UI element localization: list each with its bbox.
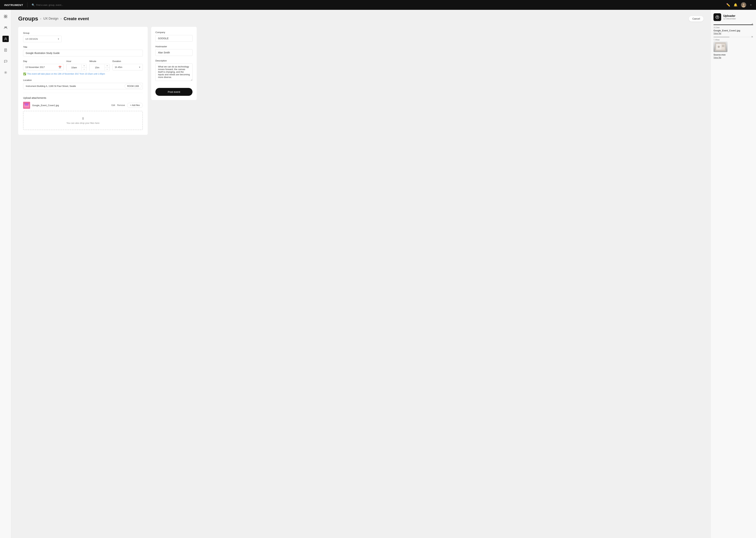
- duration-select[interactable]: 1h 45m: [113, 64, 143, 71]
- post-event-button[interactable]: Post event: [155, 88, 193, 96]
- notification-icon[interactable]: 🔔: [733, 3, 737, 7]
- file-name: Google_Event_Cover1.jpg: [32, 104, 109, 107]
- nav-right: ✏️ 🔔 ▼: [726, 2, 752, 8]
- location-label: Location: [23, 79, 143, 81]
- group-label: Group: [23, 32, 143, 34]
- hostmaster-input[interactable]: [155, 49, 193, 56]
- avatar[interactable]: [741, 2, 746, 8]
- file1-view-link[interactable]: View file: [714, 32, 753, 35]
- svg-point-1: [743, 4, 744, 5]
- svg-point-8: [6, 27, 7, 28]
- svg-rect-6: [6, 17, 7, 18]
- right-panel: Uploader 12 December ✓ 10,9мв Google_Eve…: [711, 10, 756, 538]
- hint-check-icon: ✅: [23, 73, 26, 75]
- description-textarea[interactable]: What we can do as technology moves forwa…: [155, 63, 193, 81]
- file-edit-button[interactable]: Edit: [112, 104, 115, 106]
- top-navigation: INSTRUMENT 🔍 ✏️ 🔔 ▼: [0, 0, 756, 10]
- group-select[interactable]: UX DESIGN: [23, 36, 62, 42]
- file2-name: Source.mov: [714, 53, 753, 56]
- svg-point-22: [718, 46, 720, 48]
- minute-value: 15m: [90, 65, 105, 71]
- duration-label: Duration: [113, 60, 143, 63]
- file1-size: 10,9мв: [714, 27, 753, 28]
- location-input[interactable]: [23, 83, 124, 89]
- hour-decrement[interactable]: −: [82, 68, 86, 71]
- file1-name: Google_Event_Cover1.jpg: [714, 29, 753, 32]
- minute-increment[interactable]: +: [105, 64, 109, 68]
- svg-rect-24: [722, 46, 724, 47]
- minute-field: Minute 15m + −: [89, 60, 110, 71]
- file2-cancel-button[interactable]: ✕: [751, 35, 753, 38]
- sidebar-item-layers[interactable]: [2, 13, 9, 20]
- title-field: Title: [23, 46, 143, 56]
- day-input[interactable]: [23, 64, 64, 71]
- main-content: Groups › UX Design › Create event Cancel…: [11, 10, 711, 538]
- file-thumbnail: [23, 102, 30, 109]
- file-actions: Edit Remove: [112, 104, 125, 106]
- file2-progress-bar: [714, 37, 730, 37]
- file2-thumbnail: [714, 41, 728, 52]
- drop-zone-text: You can also drop your files here: [67, 122, 100, 124]
- event-hint: ✅ This event will take place on the 13th…: [23, 73, 143, 75]
- app-logo: INSTRUMENT: [4, 4, 23, 7]
- file2-progress-container: ✕: [714, 37, 753, 37]
- hour-field: Hour 10am + −: [66, 60, 87, 71]
- drop-zone[interactable]: ⬆ You can also drop your files here: [23, 111, 143, 130]
- breadcrumb-create-event: Create event: [64, 16, 89, 21]
- uploader-title: Uploader: [723, 14, 736, 18]
- sidebar-item-settings[interactable]: [2, 69, 9, 76]
- upload-section: Upload attachements Google_Event_Cover1.…: [23, 96, 143, 130]
- hour-stepper: 10am + −: [66, 64, 87, 71]
- file-remove-button[interactable]: Remove: [117, 104, 125, 106]
- file1-complete-icon: ✓: [751, 23, 753, 25]
- company-input[interactable]: [155, 35, 193, 42]
- file1-progress-container: [714, 25, 753, 25]
- create-event-form: Group UX DESIGN ▼ Title Da: [18, 27, 148, 135]
- minute-decrement[interactable]: −: [105, 68, 109, 71]
- svg-point-7: [5, 27, 6, 28]
- svg-rect-17: [25, 103, 28, 106]
- search-input[interactable]: [36, 4, 71, 6]
- file-row: Google_Event_Cover1.jpg Edit Remove + Ad…: [23, 102, 143, 109]
- hour-stepper-buttons: + −: [82, 64, 86, 71]
- hostmaster-field: Hostmaster: [155, 45, 193, 56]
- add-files-button[interactable]: + Add files: [127, 103, 143, 108]
- day-input-wrapper: 📅: [23, 64, 64, 71]
- breadcrumb-ux-design[interactable]: UX Design: [43, 17, 59, 21]
- sidebar-item-user[interactable]: [2, 36, 9, 42]
- file2-view-link[interactable]: View file: [714, 56, 753, 59]
- location-wrapper: ROOM 1306: [23, 83, 143, 89]
- minute-label: Minute: [89, 60, 110, 63]
- title-label: Title: [23, 46, 143, 48]
- group-field: Group UX DESIGN ▼: [23, 32, 143, 42]
- uploader-date: 12 December: [723, 18, 736, 20]
- minute-stepper-buttons: + −: [105, 64, 109, 71]
- hour-label: Hour: [66, 60, 87, 63]
- uploader-icon-box: [714, 13, 721, 21]
- hour-increment[interactable]: +: [82, 64, 86, 68]
- title-input[interactable]: [23, 50, 143, 56]
- day-field: Day 📅: [23, 60, 64, 71]
- breadcrumb-sep1: ›: [40, 17, 41, 21]
- svg-point-9: [5, 38, 6, 39]
- breadcrumb-groups[interactable]: Groups: [18, 16, 38, 22]
- form-divider: [23, 93, 143, 93]
- search-bar[interactable]: 🔍: [32, 4, 724, 6]
- description-field: Description What we can do as technology…: [155, 59, 193, 81]
- sidebar-item-document[interactable]: [2, 47, 9, 53]
- minute-stepper: 15m + −: [89, 64, 110, 71]
- duration-select-wrapper[interactable]: 1h 45m ▼: [113, 64, 143, 71]
- group-select-wrapper[interactable]: UX DESIGN ▼: [23, 36, 62, 42]
- search-icon: 🔍: [32, 4, 35, 6]
- sidebar-item-users[interactable]: [2, 25, 9, 31]
- event-hint-text: This event will take place on the 13th o…: [27, 73, 105, 75]
- uploader-info: Uploader 12 December: [723, 14, 736, 20]
- day-label: Day: [23, 60, 64, 63]
- company-field: Company: [155, 31, 193, 42]
- sidebar-item-chat[interactable]: [2, 58, 9, 65]
- cancel-button[interactable]: Cancel: [689, 16, 703, 22]
- edit-icon[interactable]: ✏️: [726, 3, 730, 7]
- hostmaster-label: Hostmaster: [155, 45, 193, 48]
- breadcrumb: Groups › UX Design › Create event Cancel: [18, 16, 703, 22]
- avatar-chevron-icon[interactable]: ▼: [750, 4, 752, 6]
